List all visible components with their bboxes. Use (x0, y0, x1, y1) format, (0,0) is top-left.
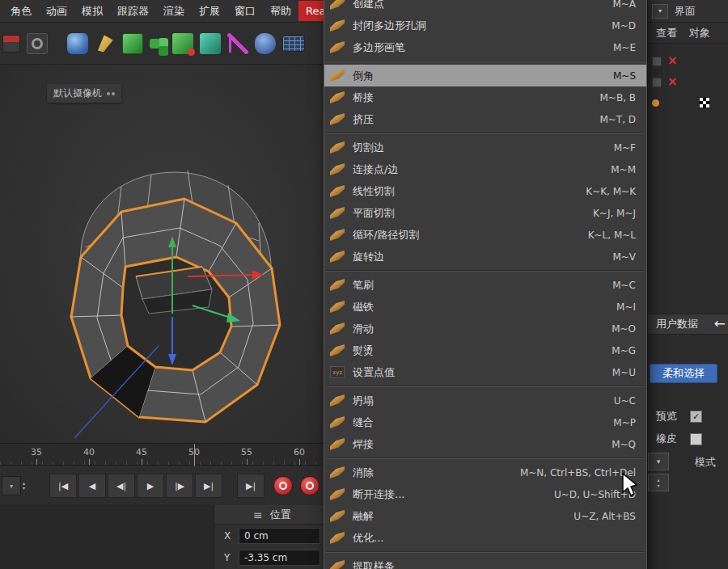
menubar-item-8[interactable]: 帮助 (263, 0, 298, 23)
create-point-icon (330, 0, 345, 10)
texture-tag-icon[interactable] (699, 97, 710, 108)
playhead-marker[interactable] (194, 444, 195, 466)
menu-item-shortcut: M~F (614, 142, 636, 154)
menubar-item-6[interactable]: 扩展 (192, 0, 227, 23)
menubar-item-3[interactable]: 模拟 (74, 0, 110, 23)
menu-item-optimize[interactable]: 优化... (324, 527, 646, 549)
gear-icon[interactable] (27, 33, 48, 54)
preview-checkbox[interactable]: ✓ (690, 411, 702, 423)
menubar-item-7[interactable]: 窗口 (227, 0, 263, 23)
eraser-checkbox[interactable] (690, 433, 702, 445)
viewport-3d[interactable]: 默认摄像机 (0, 65, 324, 443)
coord-row-x: X 0 cm (214, 525, 324, 546)
right-panel: ▾ 界面 查看 对象 × × 用户数据 ← 柔和选择 预览 ✓ (647, 0, 728, 569)
app-root: 角色动画模拟跟踪器渲染扩展窗口帮助RealFlow (0, 0, 728, 569)
menu-item-slide[interactable]: 滑动M~O (324, 318, 646, 339)
menu-item-polygon-pen[interactable]: 多边形画笔M~E (324, 36, 646, 58)
menubar-item-5[interactable]: 渲染 (156, 0, 192, 23)
menu-view[interactable]: 查看 (656, 26, 677, 40)
optimize-icon (330, 532, 345, 544)
prev-frame-button[interactable]: ◀| (108, 474, 135, 498)
menu-item-line-cut[interactable]: 线性切割K~K, M~K (324, 180, 646, 202)
menu-item-loop-cut[interactable]: 循环/路径切割K~L, M~L (324, 224, 646, 246)
back-arrow-icon[interactable]: ← (714, 315, 726, 331)
menu-item-extrude[interactable]: 挤压M~T, D (324, 108, 646, 130)
selection-tag-icon[interactable] (652, 99, 659, 107)
cube-tool-icon[interactable] (122, 33, 143, 54)
cube-snap-icon[interactable] (172, 33, 193, 54)
cube-array-icon[interactable] (150, 39, 159, 48)
timeline-ruler[interactable]: 354045505560 (0, 443, 324, 466)
object-row[interactable]: × (652, 76, 678, 88)
interface-label[interactable]: 界面 (675, 4, 696, 19)
menubar-item-1[interactable]: 角色 (3, 0, 39, 23)
menu-separator (326, 61, 645, 62)
menu-item-magnet[interactable]: 磁铁M~I (324, 296, 646, 318)
goto-end-button[interactable]: ▶| (237, 474, 265, 498)
menu-item-dissolve[interactable]: 消除M~N, Ctrl+BS, Ctrl+Del (324, 462, 646, 483)
menu-item-connect-points[interactable]: 连接点/边M~M (324, 158, 646, 180)
frame-field[interactable]: ▾ (2, 476, 21, 495)
menu-item-plane-cut[interactable]: 平面切割K~J, M~J (324, 202, 646, 224)
delete-x-icon[interactable]: × (667, 55, 678, 67)
object-row[interactable] (652, 97, 710, 108)
value-stepper[interactable]: ▴▾ (648, 474, 669, 491)
menu-item-label: 焊接 (353, 437, 603, 452)
object-row[interactable]: × (652, 55, 678, 67)
menu-item-label: 缝合 (353, 415, 605, 430)
menu-item-bevel[interactable]: 倒角M~S (324, 65, 646, 86)
menu-item-shortcut: M~T, D (599, 114, 636, 125)
camera-label[interactable]: 默认摄像机 (47, 84, 121, 103)
material-area (0, 505, 214, 569)
soft-selection-button[interactable]: 柔和选择 (650, 364, 717, 383)
extrude-icon (330, 113, 345, 125)
keyframe-record-button[interactable] (273, 476, 293, 495)
goto-start-button[interactable]: |◀ (49, 474, 77, 498)
timeline-tick: 35 (31, 447, 42, 457)
menu-item-close-hole[interactable]: 封闭多边形孔洞M~D (324, 15, 646, 36)
menu-item-rotate-edge[interactable]: 旋转边M~V (324, 246, 646, 268)
prev-key-button[interactable]: ◀ (78, 474, 106, 498)
menubar-item-4[interactable]: 跟踪器 (110, 0, 156, 23)
menu-item-label: 融解 (353, 509, 565, 524)
menu-item-label: 消除 (353, 466, 512, 480)
cube-teal-icon[interactable] (200, 33, 221, 54)
play-button[interactable]: ▶ (137, 474, 164, 498)
autokey-button[interactable] (300, 476, 320, 495)
spline-tool-icon[interactable] (227, 33, 248, 54)
hamburger-icon[interactable]: ≡ (253, 508, 263, 521)
delete-x-icon[interactable]: × (667, 76, 678, 88)
menu-item-stitch[interactable]: 缝合M~P (324, 411, 646, 433)
menu-item-shortcut: M~B, B (599, 92, 636, 103)
menu-item-edge-cut[interactable]: 切割边M~F (324, 137, 646, 158)
coord-x-input[interactable]: 0 cm (239, 528, 320, 544)
grid-tool-icon[interactable] (282, 36, 305, 52)
menu-item-extract-spline[interactable]: 提取样条 (324, 555, 646, 569)
coord-y-input[interactable]: -3.35 cm (239, 550, 320, 566)
rotate-edge-icon (330, 251, 345, 263)
menu-item-set-point-value[interactable]: xyz设置点值M~U (324, 361, 646, 383)
menu-item-melt[interactable]: 融解U~Z, Alt+BS (324, 505, 646, 527)
next-frame-button[interactable]: |▶ (166, 474, 193, 498)
blob-tool-icon[interactable] (255, 33, 276, 54)
clapper-icon[interactable] (2, 35, 20, 53)
pen-tool-icon[interactable] (95, 33, 116, 54)
mode-combo[interactable]: ▾ (648, 453, 669, 470)
menu-item-bridge[interactable]: 桥接M~B, B (324, 86, 646, 108)
menu-item-brush[interactable]: 笔刷M~C (324, 274, 646, 296)
menu-item-collapse[interactable]: 坍塌U~C (324, 390, 646, 411)
menu-item-label: 循环/路径切割 (353, 228, 580, 242)
menu-item-create-point[interactable]: 创建点M~A (324, 0, 646, 15)
menu-item-iron[interactable]: 熨烫M~G (324, 339, 646, 361)
next-key-button[interactable]: ▶| (195, 474, 222, 498)
preview-label: 预览 (656, 409, 677, 424)
sphere-tool-icon[interactable] (67, 33, 88, 54)
user-data-label: 用户数据 (656, 317, 698, 331)
menubar-item-2[interactable]: 动画 (39, 0, 74, 23)
frame-stepper[interactable]: ▴▾ (23, 481, 25, 491)
menu-object[interactable]: 对象 (689, 26, 710, 40)
interface-combo[interactable]: ▾ (652, 4, 668, 19)
menu-item-disconnect[interactable]: 断开连接...U~D, U~Shift+D (324, 483, 646, 505)
set-point-value-icon: xyz (330, 366, 345, 378)
menu-item-weld[interactable]: 焊接M~Q (324, 433, 646, 455)
